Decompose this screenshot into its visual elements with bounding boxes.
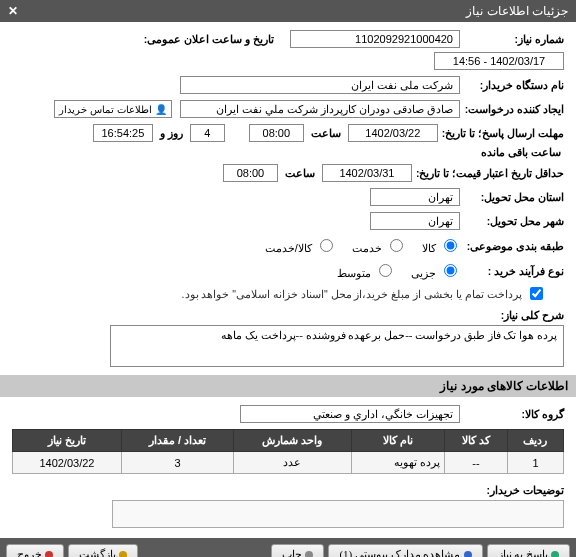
back-button[interactable]: بازگشت (68, 544, 138, 557)
province-deliver-field[interactable] (370, 188, 460, 206)
proc-partial-option[interactable]: جزیی (411, 261, 460, 280)
announce-datetime-field[interactable] (434, 52, 564, 70)
time-label-1: ساعت (311, 127, 341, 139)
proc-medium-option[interactable]: متوسط (337, 261, 395, 280)
category-both-option[interactable]: کالا/خدمت (265, 236, 336, 255)
need-number-label: شماره نیاز: (464, 33, 564, 45)
category-goods-radio[interactable] (444, 239, 457, 252)
respond-button[interactable]: پاسخ به نیاز (487, 544, 571, 557)
person-icon: 👤 (155, 104, 167, 115)
window-title: جزئیات اطلاعات نیاز (466, 4, 568, 18)
attachments-button[interactable]: مشاهده مدارک پیوستی (1) (328, 544, 482, 557)
cell-code: -- (445, 452, 508, 474)
proc-partial-radio[interactable] (444, 264, 457, 277)
creator-label: ایجاد کننده درخواست: (464, 103, 564, 115)
th-qty: تعداد / مقدار (121, 430, 233, 452)
goods-info-header: اطلاعات کالاهای مورد نیاز (0, 375, 576, 397)
validity-time-field[interactable] (223, 164, 278, 182)
time-remaining-field[interactable] (93, 124, 153, 142)
province-deliver-label: استان محل تحویل: (464, 191, 564, 203)
cell-qty: 3 (121, 452, 233, 474)
category-label: طبقه بندی موضوعی: (464, 240, 564, 252)
category-service-radio[interactable] (390, 239, 403, 252)
buyer-org-field[interactable] (180, 76, 460, 94)
deadline-time-field[interactable] (249, 124, 304, 142)
contact-buyer-label: اطلاعات تماس خریدار (59, 104, 152, 115)
city-deliver-field[interactable] (370, 212, 460, 230)
remain-suffix: ساعت باقی مانده (481, 146, 561, 158)
action-bar: پاسخ به نیاز مشاهده مدارک پیوستی (1) چاپ… (0, 538, 576, 557)
need-number-field[interactable] (290, 30, 460, 48)
validity-date-field[interactable] (322, 164, 412, 182)
print-icon (305, 551, 313, 558)
buyer-note-label: توضیحات خریدار: (464, 484, 564, 496)
table-row[interactable]: 1 -- پرده تهویه عدد 3 1402/03/22 (13, 452, 564, 474)
summary-label: شرح کلی نیاز: (464, 309, 564, 321)
goods-group-field[interactable] (240, 405, 460, 423)
goods-group-label: گروه کالا: (464, 408, 564, 420)
th-unit: واحد شمارش (234, 430, 351, 452)
attachment-icon (464, 551, 472, 558)
th-idx: ردیف (507, 430, 563, 452)
deadline-date-field[interactable] (348, 124, 438, 142)
category-goods-option[interactable]: کالا (422, 236, 460, 255)
cell-name: پرده تهویه (351, 452, 445, 474)
goods-table: ردیف کد کالا نام کالا واحد شمارش تعداد /… (12, 429, 564, 474)
cell-date: 1402/03/22 (13, 452, 122, 474)
cell-idx: 1 (507, 452, 563, 474)
city-deliver-label: شهر محل تحویل: (464, 215, 564, 227)
exit-button[interactable]: خروج (6, 544, 64, 557)
th-name: نام کالا (351, 430, 445, 452)
time-label-2: ساعت (285, 167, 315, 179)
creator-field[interactable] (180, 100, 460, 118)
summary-textarea[interactable] (110, 325, 564, 367)
window-titlebar: جزئیات اطلاعات نیاز ✕ (0, 0, 576, 22)
buyer-org-label: نام دستگاه خریدار: (464, 79, 564, 91)
days-remaining-field[interactable] (190, 124, 225, 142)
announce-label: تاریخ و ساعت اعلان عمومی: (144, 33, 274, 45)
contact-buyer-button[interactable]: 👤 اطلاعات تماس خریدار (54, 100, 172, 118)
close-icon[interactable]: ✕ (8, 4, 18, 18)
cell-unit: عدد (234, 452, 351, 474)
proc-type-label: نوع فرآیند خرید : (464, 265, 564, 277)
th-date: تاریخ نیاز (13, 430, 122, 452)
th-code: کد کالا (445, 430, 508, 452)
print-button[interactable]: چاپ (271, 544, 324, 557)
buyer-note-box[interactable] (112, 500, 564, 528)
category-service-option[interactable]: خدمت (352, 236, 406, 255)
payment-note-checkbox[interactable] (530, 287, 543, 300)
respond-icon (551, 551, 559, 558)
proc-medium-radio[interactable] (379, 264, 392, 277)
back-icon (119, 551, 127, 558)
payment-note-text: پرداخت تمام یا بخشی از مبلغ خرید،از محل … (182, 288, 522, 300)
deadline-label: مهلت ارسال پاسخ؛ تا تاریخ: (442, 127, 564, 139)
days-suffix: روز و (160, 127, 183, 139)
category-both-radio[interactable] (320, 239, 333, 252)
exit-icon (45, 551, 53, 558)
validity-label: حداقل تاریخ اعتبار قیمت؛ تا تاریخ: (416, 167, 564, 179)
